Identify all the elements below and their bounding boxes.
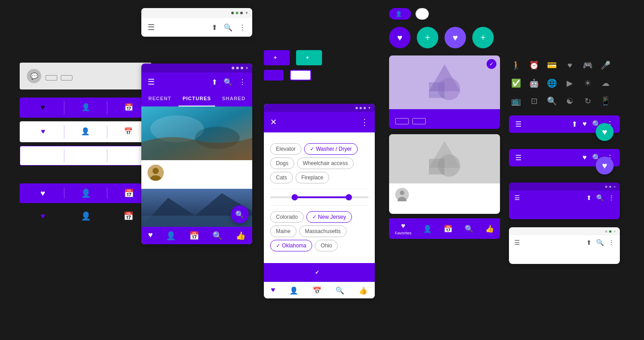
fab-heart-purple[interactable]: ♥ <box>389 27 411 48</box>
search-icon[interactable]: 🔍 <box>224 23 233 32</box>
card-btn-1[interactable] <box>395 118 409 124</box>
fab-heart-purple-2[interactable]: ♥ <box>445 27 466 48</box>
icon-figure[interactable]: 🚶 <box>509 58 523 72</box>
nav-thumb-icon[interactable]: 👍 <box>236 231 246 241</box>
sm-search-2[interactable]: 🔍 <box>596 239 604 246</box>
appbar2-menu[interactable]: ☰ <box>515 153 521 162</box>
sm-share-2[interactable]: ⬆ <box>586 239 592 246</box>
btn-outlined-1[interactable] <box>22 153 64 158</box>
tab-pictures[interactable]: PICTURES <box>178 91 216 106</box>
icon-cast[interactable]: 📺 <box>509 94 523 108</box>
nav-calendar-icon[interactable]: 📅 <box>189 231 199 241</box>
icon-android[interactable]: 🤖 <box>527 76 541 90</box>
filter-nav-cal[interactable]: 📅 <box>313 286 322 295</box>
chip-ohio[interactable]: Ohio <box>315 240 338 251</box>
search-icon-2[interactable]: 🔍 <box>224 78 233 86</box>
hn-thumb-icon[interactable]: 👍 <box>485 225 494 233</box>
btn-heart-purple-1[interactable]: ♥ <box>21 101 64 115</box>
icon-brightness[interactable]: ☀ <box>580 76 595 90</box>
btn-plain-2[interactable] <box>64 172 107 177</box>
sm-share-1[interactable]: ⬆ <box>586 194 592 201</box>
appbar1-menu[interactable]: ☰ <box>515 120 521 128</box>
chip-wheelchair[interactable]: Wheelchair access <box>297 157 354 169</box>
sm-more-2[interactable]: ⋮ <box>608 239 614 246</box>
nav-person-icon[interactable]: 👤 <box>166 231 176 241</box>
card-white-btn-2[interactable] <box>410 205 420 209</box>
menu-icon[interactable]: ☰ <box>148 22 155 32</box>
hn-cal-icon[interactable]: 📅 <box>444 225 453 233</box>
icon-fingerprint[interactable]: ☯ <box>563 94 577 108</box>
chip-washer[interactable]: Washer / Dryer <box>304 143 358 155</box>
more-icon[interactable]: ⋮ <box>239 23 246 32</box>
icon-alarm[interactable]: ⏰ <box>527 58 541 72</box>
teal-fab-appbar[interactable]: ♥ <box>596 123 614 141</box>
filter-nav-thumb[interactable]: 👍 <box>359 286 368 295</box>
search-fab[interactable]: 🔍 <box>231 205 249 223</box>
icon-only-person[interactable]: 👤 <box>64 188 107 198</box>
tab-shared[interactable]: SHARED <box>215 91 252 106</box>
icon-phone-forward[interactable]: 📱 <box>598 94 613 108</box>
hn-person-icon[interactable]: 👤 <box>423 225 432 233</box>
hn-nav-favorites[interactable]: ♥ Favorites <box>395 222 411 235</box>
sms-btn2[interactable] <box>61 75 72 81</box>
chip-new-jersey[interactable]: New Jersey <box>306 211 352 223</box>
nav-favorites[interactable]: ♥ <box>148 230 153 241</box>
chip-oklahoma[interactable]: Oklahoma <box>270 240 312 251</box>
sample-btn-outlined[interactable] <box>290 70 311 81</box>
sm-menu-2[interactable]: ☰ <box>514 239 520 246</box>
sm-menu-1[interactable]: ☰ <box>514 194 520 201</box>
purple-fab-appbar[interactable]: ♥ <box>596 157 614 174</box>
icon-credit-card[interactable]: 💳 <box>545 58 559 72</box>
icon-mic[interactable]: 🎤 <box>598 58 613 72</box>
chip-maine[interactable]: Maine <box>270 225 297 237</box>
chip-massachusetts[interactable]: Massachusetts <box>299 225 347 237</box>
icon-only-heart[interactable]: ♥ <box>21 189 64 198</box>
price-thumb-left[interactable] <box>292 194 298 200</box>
icon-translate[interactable]: 🌐 <box>545 76 559 90</box>
hn-search-icon[interactable]: 🔍 <box>465 225 474 233</box>
icon-pip[interactable]: ⊡ <box>527 94 541 108</box>
chip-cats[interactable]: Cats <box>270 172 293 183</box>
appbar1-heart[interactable]: ♥ <box>583 120 587 128</box>
appbar1-share[interactable]: ⬆ <box>572 120 577 128</box>
sms-btn1[interactable] <box>46 75 57 81</box>
more-icon-2[interactable]: ⋮ <box>239 78 246 86</box>
price-thumb-right[interactable] <box>346 194 352 200</box>
menu-icon-2[interactable]: ☰ <box>148 77 155 87</box>
share-icon-2[interactable]: ⬆ <box>212 78 217 86</box>
appbar2-heart[interactable]: ♥ <box>583 153 587 162</box>
tab-recent[interactable]: RECENT <box>141 91 178 106</box>
icon-check-circle[interactable]: ✅ <box>509 76 523 90</box>
see-all-button[interactable]: ✓ <box>264 263 375 282</box>
btn-heart-white[interactable]: ♥ <box>22 125 64 139</box>
icon-chip[interactable]: 👤 <box>389 8 411 20</box>
share-icon[interactable]: ⬆ <box>212 23 217 32</box>
btn-person-white[interactable]: 👤 <box>64 124 106 139</box>
card-white-btn-1[interactable] <box>395 205 406 209</box>
filter-nav-favorites[interactable]: ♥ <box>271 286 275 295</box>
chip-dogs[interactable]: Dogs <box>270 157 294 169</box>
sample-btn-purple[interactable] <box>264 70 284 81</box>
nav-search-icon[interactable]: 🔍 <box>212 231 222 241</box>
icon-refresh[interactable]: ↻ <box>580 94 595 108</box>
chip-colorado[interactable]: Colorado <box>270 211 304 223</box>
btn-plain-1[interactable] <box>21 172 64 177</box>
filter-nav-search[interactable]: 🔍 <box>335 286 344 295</box>
sm-search-1[interactable]: 🔍 <box>596 194 604 201</box>
icon-only-heart-outline[interactable]: ♥ <box>21 212 64 221</box>
icon-gamepad[interactable]: 🎮 <box>580 58 595 72</box>
more-icon-filter[interactable]: ⋮ <box>360 117 369 127</box>
choice-chip[interactable] <box>415 8 429 20</box>
icon-search-2[interactable]: 🔍 <box>545 94 559 108</box>
card-btn-2[interactable] <box>412 118 426 124</box>
chip-elevator[interactable]: Elevator <box>270 143 301 155</box>
sm-more-1[interactable]: ⋮ <box>608 194 614 201</box>
close-icon[interactable]: ✕ <box>270 117 277 127</box>
fab-plus-teal[interactable]: + <box>417 27 438 48</box>
chip-fireplace[interactable]: Fireplace <box>296 172 329 183</box>
btn-person-purple-1[interactable]: 👤 <box>64 100 107 115</box>
icon-heart[interactable]: ♥ <box>563 58 577 72</box>
icon-play-circle[interactable]: ▶ <box>563 76 577 90</box>
icon-only-person-outline[interactable]: 👤 <box>64 211 107 221</box>
filter-nav-person[interactable]: 👤 <box>289 286 298 295</box>
